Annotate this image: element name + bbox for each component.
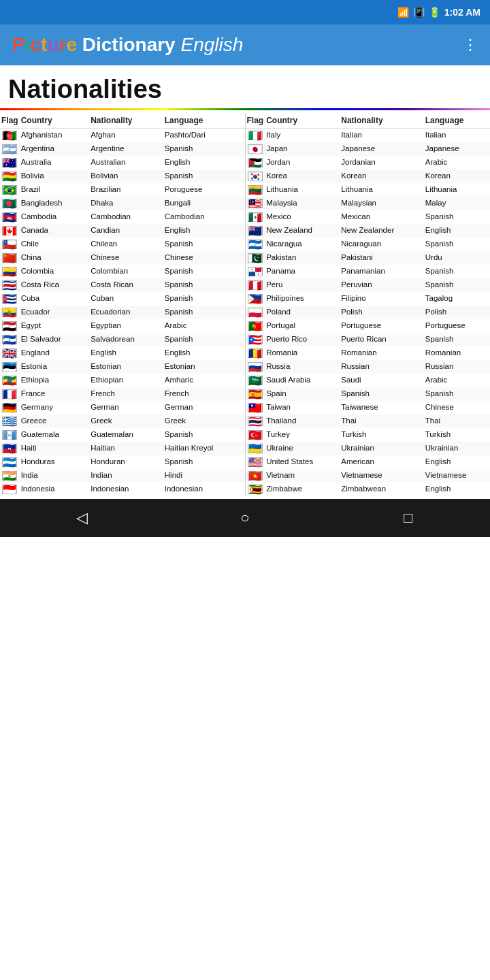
language-cell: English [424,483,490,496]
language-cell: Korean [424,169,490,183]
back-button[interactable]: ◁ [61,504,102,532]
bottom-nav: ◁ ○ □ [0,499,490,537]
nationality-cell: Ukrainian [340,442,424,455]
nationality-cell: Polish [340,306,424,319]
language-cell: Spanish [424,278,490,292]
flag-icon: 🇵🇰 [248,253,263,263]
nationality-cell: Italian [340,129,424,143]
country-cell: Brazil [20,183,90,197]
right-table-row: 🇳🇿 New Zealand New Zealander English [246,224,491,238]
country-cell: Cambodia [20,210,90,224]
title-dictionary: Dictionary [77,34,180,55]
time-display: 1:02 AM [444,7,480,18]
nationality-cell: French [89,387,163,401]
left-col-country: Country [20,113,90,129]
country-cell: France [20,387,90,401]
country-cell: Bangladesh [20,197,90,210]
left-table-row: 🇪🇨 Ecuador Ecuadorian Spanish [0,306,245,319]
flag-icon: 🇷🇴 [248,348,263,358]
flag-icon: 🇯🇴 [248,158,263,167]
country-cell: Spain [265,387,340,401]
nationality-cell: Honduran [89,455,163,469]
nationality-cell: Indonesian [89,483,163,496]
country-cell: Greece [20,414,90,428]
flag-icon: 🇵🇱 [248,308,263,317]
flag-icon: 🇬🇷 [2,416,17,426]
country-cell: Haiti [20,442,90,455]
nationality-cell: Costa Rican [89,278,163,292]
nationality-cell: New Zealander [340,224,424,238]
flag-cell: 🇦🇫 [0,129,20,143]
language-cell: Spanish [163,169,245,183]
nationality-cell: German [89,401,163,414]
nationality-cell: Guatemalan [89,428,163,442]
nationality-cell: Lithuania [340,183,424,197]
right-table-row: 🇺🇸 United States American English [246,455,491,469]
right-col-nationality: Nationality [340,113,424,129]
flag-cell: 🇧🇩 [0,197,20,210]
right-table-row: 🇮🇹 Italy Italian Italian [246,129,491,143]
nationality-cell: Jordanian [340,156,424,169]
language-cell: English [424,455,490,469]
flag-icon: 🇸🇦 [248,376,263,385]
flag-icon: 🇧🇩 [2,199,17,208]
nationality-cell: Zimbabwean [340,483,424,496]
nationality-cell: Taiwanese [340,401,424,414]
left-table-row: 🇰🇭 Cambodia Cambodian Cambodian [0,210,245,224]
language-cell: Romanian [424,346,490,360]
flag-cell: 🇳🇮 [246,238,265,251]
flag-cell: 🇦🇺 [0,156,20,169]
flag-cell: 🇪🇬 [0,319,20,333]
language-cell: Ukrainian [424,442,490,455]
nationality-cell: Spanish [340,387,424,401]
country-cell: Costa Rica [20,278,90,292]
left-col-flag: Flag [0,113,20,129]
language-cell: Cambodian [163,210,245,224]
flag-cell: 🇵🇹 [246,319,265,333]
language-cell: Spanish [163,292,245,306]
right-table-row: 🇯🇵 Japan Japanese Japanese [246,142,491,156]
nationality-cell: Greek [89,414,163,428]
flag-icon: 🇦🇫 [2,131,17,140]
country-cell: Germany [20,401,90,414]
recent-button[interactable]: □ [388,504,429,532]
flag-icon: 🇻🇳 [248,471,263,480]
language-cell: Lithuania [424,183,490,197]
left-table-row: 🇬🇹 Guatemala Guatemalan Spanish [0,428,245,442]
flag-icon: 🇿🇼 [248,485,263,494]
language-cell: German [163,401,245,414]
right-table-row: 🇸🇦 Saudi Arabia Saudi Arabic [246,374,491,387]
flag-cell: 🇪🇹 [0,374,20,387]
country-cell: Chile [20,238,90,251]
flag-cell: 🇸🇻 [0,333,20,346]
country-cell: Estonia [20,360,90,374]
nationality-cell: Russian [340,360,424,374]
country-cell: Portugal [265,319,340,333]
nationality-cell: Estonian [89,360,163,374]
left-table-row: 🇬🇷 Greece Greek Greek [0,414,245,428]
flag-cell: 🇭🇳 [0,455,20,469]
nationality-cell: Saudi [340,374,424,387]
flag-cell: 🇨🇷 [0,278,20,292]
flag-cell: 🇵🇷 [246,333,265,346]
nationality-cell: Australian [89,156,163,169]
nationality-cell: Japanese [340,142,424,156]
flag-icon: 🇨🇴 [2,267,17,276]
language-cell: Arabic [163,319,245,333]
flag-icon: 🇵🇪 [248,280,263,290]
flag-icon: 🇨🇳 [2,253,17,263]
flag-cell: 🇵🇭 [246,292,265,306]
flag-cell: 🇹🇼 [246,401,265,414]
language-cell: English [424,224,490,238]
country-cell: China [20,251,90,265]
language-cell: English [163,224,245,238]
title-letter-e: e [66,34,77,55]
left-table-panel: Flag Country Nationality Language 🇦🇫 Afg… [0,113,246,496]
flag-cell: 🇵🇦 [246,265,265,278]
right-table-row: 🇹🇭 Thailand Thai Thai [246,414,491,428]
country-cell: Romania [265,346,340,360]
nationality-cell: Cambodian [89,210,163,224]
flag-icon: 🇱🇹 [248,185,263,195]
home-button[interactable]: ○ [225,504,265,532]
menu-button[interactable]: ⋮ [463,36,478,54]
